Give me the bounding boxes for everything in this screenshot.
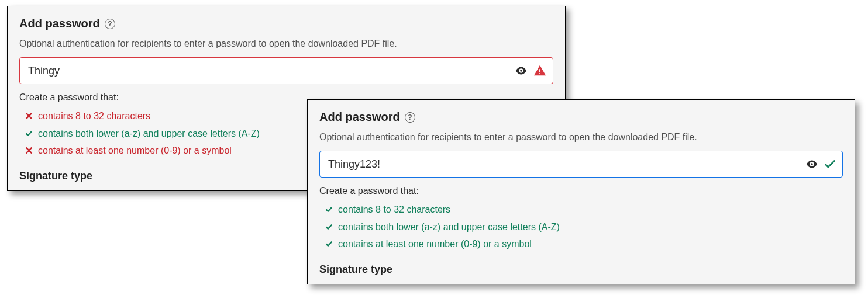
check-icon bbox=[324, 240, 333, 248]
password-input-wrap bbox=[19, 57, 553, 84]
check-icon bbox=[824, 158, 836, 170]
panel-description: Optional authentication for recipients t… bbox=[19, 39, 553, 49]
rule-text: contains 8 to 32 characters bbox=[338, 201, 450, 218]
svg-rect-1 bbox=[539, 69, 540, 72]
help-icon[interactable]: ? bbox=[105, 19, 115, 29]
rule-text: contains at least one number (0-9) or a … bbox=[338, 235, 532, 253]
check-icon bbox=[324, 206, 333, 213]
panel-title: Add password bbox=[19, 17, 100, 30]
svg-rect-2 bbox=[539, 73, 540, 74]
input-icons bbox=[515, 64, 546, 77]
rules-label: Create a password that: bbox=[319, 186, 843, 196]
alert-icon bbox=[533, 64, 546, 77]
help-icon[interactable]: ? bbox=[405, 112, 415, 123]
rule-text: contains at least one number (0-9) or a … bbox=[38, 142, 232, 159]
password-input[interactable] bbox=[319, 151, 843, 178]
rule-text: contains 8 to 32 characters bbox=[38, 107, 150, 125]
eye-icon[interactable] bbox=[805, 158, 818, 171]
rule-item: contains both lower (a-z) and upper case… bbox=[324, 218, 843, 236]
rule-text: contains both lower (a-z) and upper case… bbox=[338, 218, 560, 236]
eye-icon[interactable] bbox=[515, 64, 528, 77]
rules-list: contains 8 to 32 characters contains bot… bbox=[319, 201, 843, 253]
password-panel-success: Add password ? Optional authentication f… bbox=[307, 99, 855, 284]
svg-point-3 bbox=[811, 163, 813, 165]
rule-item: contains at least one number (0-9) or a … bbox=[324, 235, 843, 253]
rule-text: contains both lower (a-z) and upper case… bbox=[38, 125, 260, 143]
title-row: Add password ? bbox=[319, 110, 843, 124]
svg-point-0 bbox=[520, 70, 522, 72]
rule-item: contains 8 to 32 characters bbox=[324, 201, 843, 218]
check-icon bbox=[24, 130, 33, 137]
password-input-wrap bbox=[319, 151, 843, 178]
x-icon bbox=[24, 112, 33, 120]
check-icon bbox=[324, 223, 333, 231]
x-icon bbox=[24, 147, 33, 154]
panel-title: Add password bbox=[319, 110, 400, 124]
panel-description: Optional authentication for recipients t… bbox=[319, 132, 843, 143]
input-icons bbox=[805, 158, 836, 171]
password-input[interactable] bbox=[19, 57, 553, 84]
signature-type-label: Signature type bbox=[319, 263, 843, 276]
title-row: Add password ? bbox=[19, 17, 553, 30]
